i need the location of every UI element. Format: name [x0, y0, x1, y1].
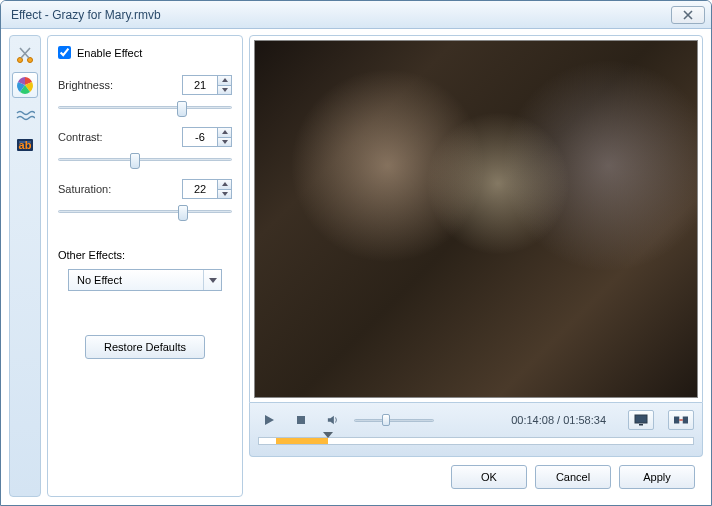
brightness-group: Brightness: — [58, 75, 232, 113]
apply-button[interactable]: Apply — [619, 465, 695, 489]
enable-effect-row[interactable]: Enable Effect — [58, 46, 232, 59]
stop-icon — [295, 414, 307, 426]
play-icon — [263, 414, 275, 426]
volume-button[interactable] — [322, 410, 344, 430]
chevron-up-icon — [222, 130, 228, 134]
contrast-down[interactable] — [218, 138, 231, 147]
titlebar[interactable]: Effect - Grazy for Mary.rmvb — [1, 1, 711, 29]
chevron-down-icon — [222, 140, 228, 144]
tab-watermark[interactable] — [12, 102, 38, 128]
tab-effect[interactable] — [12, 72, 38, 98]
chevron-down-icon — [209, 278, 217, 283]
other-effects-label: Other Effects: — [58, 249, 232, 261]
chevron-up-icon — [222, 182, 228, 186]
waves-icon — [15, 105, 35, 125]
other-effects-combo[interactable]: No Effect — [68, 269, 222, 291]
close-button[interactable] — [671, 6, 705, 24]
svg-rect-9 — [674, 417, 679, 424]
close-icon — [683, 10, 693, 20]
trim-bar[interactable] — [258, 437, 694, 453]
svg-rect-10 — [683, 417, 688, 424]
enable-effect-checkbox[interactable] — [58, 46, 71, 59]
contrast-group: Contrast: — [58, 127, 232, 165]
effect-dialog: Effect - Grazy for Mary.rmvb ab En — [0, 0, 712, 506]
subtitle-icon: ab — [15, 135, 35, 155]
contrast-spinner[interactable] — [182, 127, 232, 147]
player-controls: 00:14:08 / 01:58:34 — [249, 403, 703, 457]
tab-subtitle[interactable]: ab — [12, 132, 38, 158]
saturation-down[interactable] — [218, 190, 231, 199]
stop-button[interactable] — [290, 410, 312, 430]
contrast-input[interactable] — [183, 128, 217, 146]
combo-dropdown-button[interactable] — [203, 270, 221, 290]
chevron-up-icon — [222, 78, 228, 82]
brightness-down[interactable] — [218, 86, 231, 95]
svg-rect-6 — [297, 416, 305, 424]
play-button[interactable] — [258, 410, 280, 430]
preview-frame — [249, 35, 703, 403]
svg-rect-8 — [639, 424, 643, 426]
tab-trim[interactable] — [12, 42, 38, 68]
video-preview[interactable] — [254, 40, 698, 398]
compare-icon — [674, 414, 688, 426]
saturation-slider[interactable] — [58, 205, 232, 217]
saturation-up[interactable] — [218, 180, 231, 190]
saturation-label: Saturation: — [58, 183, 111, 195]
volume-slider[interactable] — [354, 413, 434, 427]
brightness-spinner[interactable] — [182, 75, 232, 95]
preview-pane: 00:14:08 / 01:58:34 OK Cancel Apply — [249, 35, 703, 497]
scissors-icon — [15, 45, 35, 65]
brightness-input[interactable] — [183, 76, 217, 94]
other-effects-selected: No Effect — [69, 274, 203, 286]
speaker-icon — [327, 414, 339, 426]
chevron-down-icon — [222, 88, 228, 92]
brightness-thumb[interactable] — [177, 101, 187, 117]
restore-defaults-button[interactable]: Restore Defaults — [85, 335, 205, 359]
contrast-label: Contrast: — [58, 131, 103, 143]
contrast-slider[interactable] — [58, 153, 232, 165]
snapshot-button[interactable] — [628, 410, 654, 430]
svg-text:ab: ab — [19, 139, 32, 151]
brightness-label: Brightness: — [58, 79, 113, 91]
color-wheel-icon — [15, 75, 35, 95]
cancel-button[interactable]: Cancel — [535, 465, 611, 489]
contrast-up[interactable] — [218, 128, 231, 138]
window-title: Effect - Grazy for Mary.rmvb — [11, 8, 671, 22]
contrast-thumb[interactable] — [130, 153, 140, 169]
volume-thumb[interactable] — [382, 414, 390, 426]
trim-handle[interactable] — [323, 432, 333, 438]
saturation-input[interactable] — [183, 180, 217, 198]
compare-button[interactable] — [668, 410, 694, 430]
dialog-footer: OK Cancel Apply — [249, 457, 703, 497]
saturation-thumb[interactable] — [178, 205, 188, 221]
monitor-icon — [634, 414, 648, 426]
trim-selection — [276, 438, 328, 444]
ok-button[interactable]: OK — [451, 465, 527, 489]
saturation-group: Saturation: — [58, 179, 232, 217]
brightness-slider[interactable] — [58, 101, 232, 113]
saturation-spinner[interactable] — [182, 179, 232, 199]
enable-effect-label: Enable Effect — [77, 47, 142, 59]
time-display: 00:14:08 / 01:58:34 — [511, 414, 606, 426]
chevron-down-icon — [222, 192, 228, 196]
tab-strip: ab — [9, 35, 41, 497]
svg-rect-7 — [635, 415, 647, 423]
effects-panel: Enable Effect Brightness: — [47, 35, 243, 497]
brightness-up[interactable] — [218, 76, 231, 86]
